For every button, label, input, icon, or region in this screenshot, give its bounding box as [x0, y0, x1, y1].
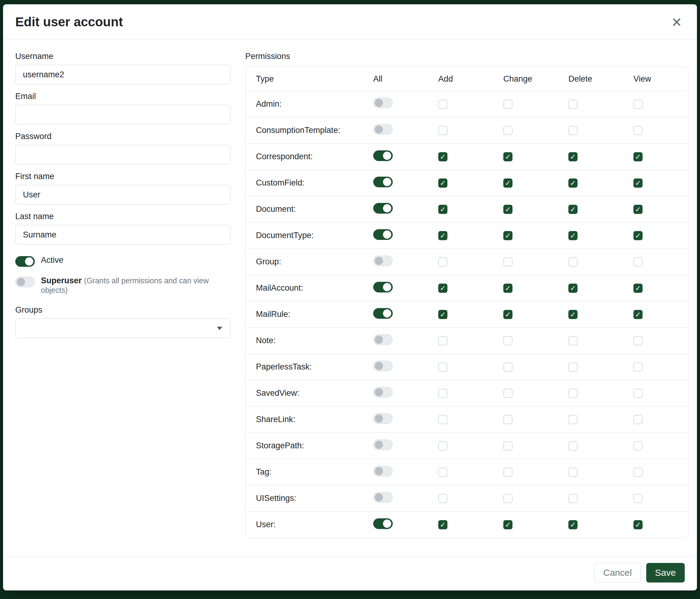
permission-correspondent-change-checkbox[interactable] — [503, 152, 512, 161]
permission-mailrule-add-checkbox[interactable] — [438, 310, 447, 319]
permission-user-view-checkbox[interactable] — [633, 520, 643, 529]
permission-type-label: MailAccount: — [256, 283, 303, 292]
permission-note-change-checkbox[interactable] — [503, 336, 512, 345]
permission-note-view-checkbox[interactable] — [633, 336, 643, 345]
permission-storagepath-delete-checkbox[interactable] — [568, 441, 577, 451]
permission-document-all-toggle[interactable] — [373, 203, 393, 214]
superuser-toggle[interactable] — [15, 277, 35, 287]
permission-user-change-checkbox[interactable] — [503, 520, 512, 529]
permission-storagepath-all-toggle[interactable] — [373, 439, 393, 450]
permission-group-add-checkbox[interactable] — [438, 257, 447, 266]
permission-mailaccount-change-checkbox[interactable] — [503, 284, 512, 293]
permission-customfield-add-checkbox[interactable] — [438, 178, 447, 188]
permission-document-add-checkbox[interactable] — [438, 205, 447, 214]
email-input[interactable] — [15, 105, 231, 124]
permission-uisettings-change-checkbox[interactable] — [503, 494, 512, 503]
permission-admin-view-checkbox[interactable] — [633, 100, 643, 109]
permission-correspondent-add-checkbox[interactable] — [438, 152, 447, 161]
permission-mailrule-view-checkbox[interactable] — [633, 310, 643, 319]
active-toggle[interactable] — [15, 256, 35, 267]
permission-mailrule-delete-checkbox[interactable] — [568, 310, 577, 319]
permission-mailaccount-delete-checkbox[interactable] — [568, 284, 577, 293]
permission-paperlesstask-all-toggle[interactable] — [373, 361, 393, 371]
permission-sharelink-view-checkbox[interactable] — [633, 415, 643, 424]
username-input[interactable] — [15, 65, 231, 85]
permission-paperlesstask-view-checkbox[interactable] — [633, 362, 643, 372]
permission-correspondent-all-toggle[interactable] — [373, 150, 393, 161]
permission-storagepath-add-checkbox[interactable] — [438, 441, 447, 451]
permission-savedview-all-toggle[interactable] — [373, 387, 393, 398]
permission-admin-delete-checkbox[interactable] — [568, 100, 577, 109]
permission-uisettings-view-checkbox[interactable] — [633, 494, 643, 503]
permission-sharelink-change-checkbox[interactable] — [503, 415, 512, 424]
permission-uisettings-add-checkbox[interactable] — [438, 494, 447, 503]
permission-type-label: DocumentType: — [256, 231, 314, 240]
permission-mailaccount-view-checkbox[interactable] — [633, 284, 643, 293]
save-button[interactable]: Save — [646, 563, 685, 582]
permission-document-change-checkbox[interactable] — [503, 205, 512, 214]
permission-uisettings-all-toggle[interactable] — [373, 492, 393, 503]
permission-admin-add-checkbox[interactable] — [438, 100, 447, 109]
permission-storagepath-view-checkbox[interactable] — [633, 441, 643, 451]
permission-mailrule-all-toggle[interactable] — [373, 308, 393, 319]
permission-paperlesstask-delete-checkbox[interactable] — [568, 362, 577, 372]
permission-consumptiontemplate-delete-checkbox[interactable] — [568, 126, 577, 135]
permission-note-all-toggle[interactable] — [373, 334, 393, 345]
password-input[interactable] — [15, 145, 231, 164]
permission-savedview-add-checkbox[interactable] — [438, 389, 447, 398]
permission-user-all-toggle[interactable] — [373, 518, 393, 529]
permission-customfield-view-checkbox[interactable] — [633, 178, 643, 188]
permission-sharelink-add-checkbox[interactable] — [438, 415, 447, 424]
permission-user-delete-checkbox[interactable] — [568, 520, 577, 529]
permission-documenttype-view-checkbox[interactable] — [633, 231, 643, 240]
permission-group-all-toggle[interactable] — [373, 256, 393, 266]
permission-admin-change-checkbox[interactable] — [503, 100, 512, 109]
permission-tag-add-checkbox[interactable] — [438, 468, 447, 477]
permission-tag-all-toggle[interactable] — [373, 466, 393, 476]
permission-customfield-delete-checkbox[interactable] — [568, 178, 577, 188]
permission-consumptiontemplate-view-checkbox[interactable] — [633, 126, 643, 135]
permission-sharelink-all-toggle[interactable] — [373, 413, 393, 424]
permission-mailaccount-all-toggle[interactable] — [373, 282, 393, 292]
permission-tag-change-checkbox[interactable] — [503, 468, 512, 477]
permission-savedview-change-checkbox[interactable] — [503, 389, 512, 398]
permission-group-view-checkbox[interactable] — [633, 257, 643, 266]
permission-note-delete-checkbox[interactable] — [568, 336, 577, 345]
permission-group-delete-checkbox[interactable] — [568, 257, 577, 266]
permission-consumptiontemplate-change-checkbox[interactable] — [503, 126, 512, 135]
permission-consumptiontemplate-all-toggle[interactable] — [373, 124, 393, 135]
last-name-input[interactable] — [15, 225, 231, 244]
permission-uisettings-delete-checkbox[interactable] — [568, 494, 577, 503]
close-icon[interactable]: × — [670, 14, 683, 30]
permission-correspondent-delete-checkbox[interactable] — [568, 152, 577, 161]
permission-user-add-checkbox[interactable] — [438, 520, 447, 529]
cancel-button[interactable]: Cancel — [594, 563, 641, 582]
permission-documenttype-all-toggle[interactable] — [373, 229, 393, 240]
permission-documenttype-change-checkbox[interactable] — [503, 231, 512, 240]
permission-document-delete-checkbox[interactable] — [568, 205, 577, 214]
permission-documenttype-add-checkbox[interactable] — [438, 231, 447, 240]
permission-paperlesstask-add-checkbox[interactable] — [438, 362, 447, 372]
permission-savedview-view-checkbox[interactable] — [633, 389, 643, 398]
permission-mailrule-change-checkbox[interactable] — [503, 310, 512, 319]
groups-select[interactable] — [15, 318, 231, 338]
first-name-input[interactable] — [15, 185, 231, 205]
permission-correspondent-view-checkbox[interactable] — [633, 152, 643, 161]
permission-group-change-checkbox[interactable] — [503, 257, 512, 266]
permission-sharelink-delete-checkbox[interactable] — [568, 415, 577, 424]
permission-storagepath-change-checkbox[interactable] — [503, 441, 512, 451]
permission-savedview-delete-checkbox[interactable] — [568, 389, 577, 398]
permission-consumptiontemplate-add-checkbox[interactable] — [438, 126, 447, 135]
last-name-field-group: Last name — [15, 212, 231, 244]
permission-customfield-change-checkbox[interactable] — [503, 178, 512, 188]
email-label: Email — [15, 92, 231, 101]
permission-admin-all-toggle[interactable] — [373, 97, 393, 108]
permission-tag-delete-checkbox[interactable] — [568, 468, 577, 477]
permission-tag-view-checkbox[interactable] — [633, 468, 643, 477]
permission-mailaccount-add-checkbox[interactable] — [438, 284, 447, 293]
permission-documenttype-delete-checkbox[interactable] — [568, 231, 577, 240]
permission-customfield-all-toggle[interactable] — [373, 177, 393, 187]
permission-paperlesstask-change-checkbox[interactable] — [503, 362, 512, 372]
permission-document-view-checkbox[interactable] — [633, 205, 643, 214]
permission-note-add-checkbox[interactable] — [438, 336, 447, 345]
